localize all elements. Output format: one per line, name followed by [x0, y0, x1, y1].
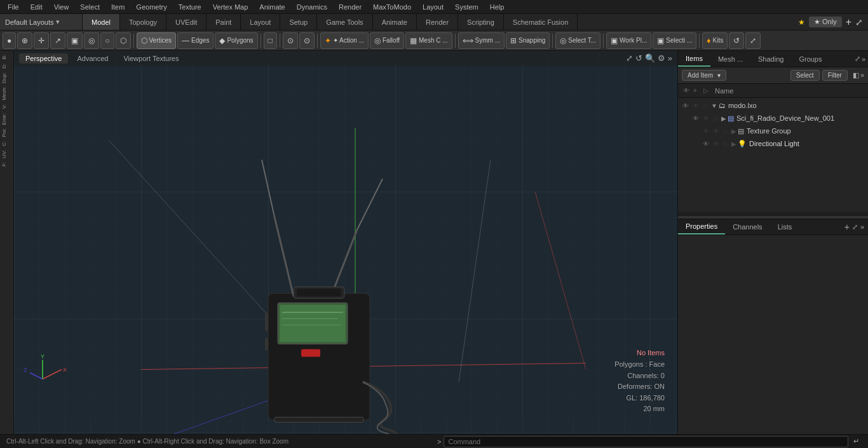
- viewport-tab-perspective[interactable]: Perspective: [19, 53, 68, 64]
- sidebar-btn-c[interactable]: C:: [1, 140, 13, 147]
- vp-settings-icon[interactable]: ⚙: [658, 53, 665, 63]
- menu-file[interactable]: File: [3, 2, 24, 12]
- tab-scripting[interactable]: Scripting: [458, 14, 504, 30]
- props-tab-properties[interactable]: Properties: [678, 219, 725, 234]
- tool-select-t[interactable]: ◎Select T...: [555, 32, 600, 49]
- sidebar-btn-d[interactable]: D:: [1, 62, 13, 70]
- menu-help[interactable]: Help: [485, 2, 510, 12]
- menu-item[interactable]: Item: [106, 2, 130, 12]
- panel-tab-items[interactable]: Items: [678, 51, 710, 67]
- tab-paint[interactable]: Paint: [207, 14, 241, 30]
- tab-render[interactable]: Render: [417, 14, 458, 30]
- tool-polygons[interactable]: ◆Polygons: [215, 32, 257, 49]
- render-toggle[interactable]: ▷: [721, 126, 731, 136]
- props-add-icon[interactable]: +: [844, 222, 850, 232]
- tab-schematic-fusion[interactable]: Schematic Fusion: [504, 14, 578, 30]
- tab-setup[interactable]: Setup: [280, 14, 317, 30]
- menu-maxtomodo[interactable]: MaxToModo: [368, 2, 416, 12]
- eye-toggle2[interactable]: 👁: [701, 113, 711, 123]
- tool-dot[interactable]: ●: [3, 32, 16, 49]
- tool-expand[interactable]: ⤢: [745, 32, 761, 49]
- vp-search-icon[interactable]: 🔍: [645, 53, 655, 63]
- viewport-tab-advanced[interactable]: Advanced: [71, 53, 114, 64]
- eye-toggle2[interactable]: 👁: [711, 139, 721, 149]
- select-button[interactable]: Select: [790, 70, 820, 81]
- viewport-tab-textures[interactable]: Viewport Textures: [117, 53, 185, 64]
- props-tab-lists[interactable]: Lists: [770, 219, 800, 234]
- panel-tab-groups[interactable]: Groups: [791, 51, 829, 67]
- eye-toggle[interactable]: 👁: [701, 126, 711, 136]
- menu-select[interactable]: Select: [75, 2, 105, 12]
- tab-model[interactable]: Model: [83, 14, 120, 30]
- sidebar-btn-v[interactable]: V:: [1, 103, 13, 110]
- tab-animate[interactable]: Animate: [373, 14, 417, 30]
- menu-edit[interactable]: Edit: [25, 2, 48, 12]
- tool-arrow[interactable]: ↗: [50, 32, 65, 49]
- add-layout-button[interactable]: +: [846, 17, 851, 28]
- menu-animate[interactable]: Animate: [254, 2, 290, 12]
- sidebar-btn-b[interactable]: B:: [1, 53, 13, 61]
- sidebar-btn-uv[interactable]: UV:: [1, 149, 13, 160]
- tool-rotate[interactable]: ↺: [729, 32, 744, 49]
- tab-topology[interactable]: Topology: [120, 14, 166, 30]
- eye-toggle[interactable]: 👁: [691, 113, 701, 123]
- menu-geometry[interactable]: Geometry: [131, 2, 172, 12]
- col-toggle-icon[interactable]: ◧: [853, 71, 859, 79]
- list-item[interactable]: 👁 👁 ▷ ▶ ▤ Texture Group: [678, 125, 868, 137]
- tool-selecti[interactable]: ▣Selecti ...: [653, 32, 696, 49]
- eye-toggle2[interactable]: 👁: [711, 126, 721, 136]
- tool-square[interactable]: ▣: [67, 32, 83, 49]
- expand-arrow[interactable]: ▶: [721, 115, 726, 122]
- tool-oval[interactable]: ○: [100, 32, 114, 49]
- render-toggle[interactable]: ▷: [701, 100, 711, 111]
- tool-vertices[interactable]: ⬡Vertices: [137, 32, 177, 49]
- expand-button[interactable]: ⤢: [855, 17, 863, 27]
- menu-system[interactable]: System: [450, 2, 484, 12]
- viewport[interactable]: Perspective Advanced Viewport Textures ⤢…: [14, 51, 677, 434]
- panel-settings-icon[interactable]: »: [860, 71, 864, 79]
- tool-sym1[interactable]: ⊙: [283, 32, 298, 49]
- add-item-button[interactable]: Add Item ▾: [682, 70, 726, 81]
- list-item[interactable]: 👁 👁 ▷ ▼ 🗂 modo.lxo: [678, 99, 868, 112]
- sidebar-btn-mesh[interactable]: Mesh:: [1, 85, 13, 102]
- command-enter-icon[interactable]: ↵: [851, 437, 862, 445]
- vp-more-icon[interactable]: »: [668, 53, 672, 63]
- expand-arrow[interactable]: ▶: [731, 128, 736, 135]
- expand-arrow[interactable]: ▼: [711, 102, 717, 109]
- vp-rotate-icon[interactable]: ↺: [635, 53, 642, 63]
- command-input[interactable]: [448, 438, 844, 445]
- only-button[interactable]: ★ Only: [809, 17, 842, 27]
- panel-tab-mesh[interactable]: Mesh ...: [710, 51, 750, 67]
- tool-mode[interactable]: □: [264, 32, 277, 49]
- sidebar-btn-emir[interactable]: Emir:: [1, 112, 13, 126]
- tab-game-tools[interactable]: Game Tools: [317, 14, 373, 30]
- sidebar-btn-dup[interactable]: Dup:: [1, 71, 13, 85]
- props-tab-channels[interactable]: Channels: [725, 219, 770, 234]
- tool-edges[interactable]: —Edges: [177, 32, 214, 49]
- tool-snapping[interactable]: ⊞Snapping: [506, 32, 550, 49]
- expand-arrow[interactable]: ▶: [731, 140, 736, 147]
- panel-tab-shading[interactable]: Shading: [750, 51, 791, 67]
- list-item[interactable]: 👁 👁 ▷ ▶ ▤ Sci_fi_Radio_Device_New_001: [678, 112, 868, 125]
- menu-dynamics[interactable]: Dynamics: [292, 2, 332, 12]
- eye-toggle[interactable]: 👁: [701, 139, 711, 149]
- sidebar-btn-f[interactable]: F:: [1, 161, 13, 168]
- layout-selector[interactable]: Default Layouts ▾: [0, 14, 83, 30]
- eye-toggle[interactable]: 👁: [681, 100, 691, 111]
- tool-circle[interactable]: ◎: [84, 32, 99, 49]
- sidebar-btn-pol[interactable]: Pol:: [1, 127, 13, 139]
- panel-expand-icon[interactable]: ⤢: [855, 55, 860, 63]
- list-item[interactable]: 👁 👁 ▷ ▶ 💡 Directional Light: [678, 137, 868, 150]
- tool-action[interactable]: ✦✦ Action ...: [320, 32, 369, 49]
- tool-work-pl[interactable]: ▣Work Pl...: [606, 32, 651, 49]
- tool-symm[interactable]: ⟺Symm ...: [458, 32, 505, 49]
- menu-vertex-map[interactable]: Vertex Map: [208, 2, 254, 12]
- props-expand-icon[interactable]: ⤢: [852, 223, 858, 231]
- menu-view[interactable]: View: [49, 2, 74, 12]
- render-toggle[interactable]: ▷: [721, 139, 731, 149]
- tool-hex[interactable]: ⬡: [116, 32, 131, 49]
- tab-layout[interactable]: Layout: [241, 14, 280, 30]
- tool-crosshair[interactable]: ⊕: [17, 32, 32, 49]
- menu-texture[interactable]: Texture: [173, 2, 207, 12]
- tool-kits[interactable]: ♦Kits: [702, 32, 728, 49]
